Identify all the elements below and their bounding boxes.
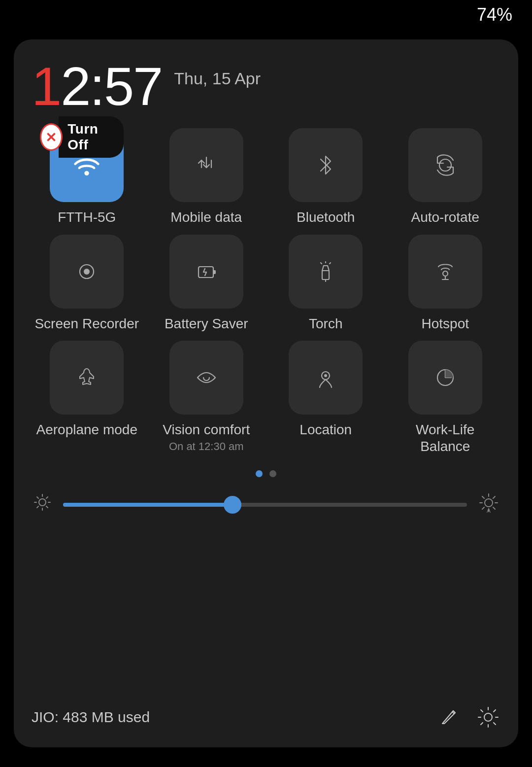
bottom-actions (437, 705, 500, 730)
svg-point-46 (484, 713, 492, 721)
tile-bluetooth[interactable]: Bluetooth (270, 128, 381, 226)
vision-comfort-icon-wrap (169, 341, 243, 415)
svg-rect-10 (213, 270, 216, 274)
tile-wifi[interactable]: Turn Off FTTH-5G (32, 128, 142, 226)
vision-comfort-sublabel: On at 12:30 am (169, 440, 244, 453)
svg-point-8 (84, 269, 90, 275)
brightness-fill (63, 503, 233, 507)
hotspot-icon-wrap (408, 235, 482, 309)
turn-off-x-icon (40, 123, 63, 151)
svg-line-41 (493, 507, 495, 509)
tile-screen-recorder[interactable]: Screen Recorder (32, 235, 142, 332)
settings-button[interactable] (476, 705, 500, 730)
tile-torch[interactable]: Torch (270, 235, 381, 332)
dot-2 (269, 470, 276, 477)
clock-row: 12:57 Thu, 15 Apr (32, 59, 500, 113)
brightness-row: A (32, 491, 500, 518)
tile-auto-rotate[interactable]: Auto-rotate (390, 128, 501, 226)
svg-rect-14 (322, 271, 329, 279)
svg-line-31 (37, 497, 38, 498)
battery-indicator: 74% (477, 4, 512, 25)
svg-point-26 (39, 499, 46, 506)
clock-time: 12:57 (32, 59, 162, 113)
svg-text:A: A (487, 507, 491, 514)
dot-1 (256, 470, 263, 477)
turn-off-tooltip: Turn Off (40, 116, 124, 158)
location-icon-wrap (289, 341, 363, 415)
torch-icon-wrap (289, 235, 363, 309)
screen-recorder-icon-wrap (50, 235, 124, 309)
tile-hotspot[interactable]: Hotspot (390, 235, 501, 332)
clock-date: Thu, 15 Apr (174, 69, 261, 88)
svg-line-17 (321, 263, 322, 264)
svg-point-24 (324, 374, 327, 377)
aeroplane-label: Aeroplane mode (36, 421, 137, 438)
auto-rotate-label: Auto-rotate (411, 209, 479, 226)
aeroplane-icon-wrap (50, 341, 124, 415)
svg-line-40 (482, 496, 484, 498)
svg-line-18 (330, 263, 331, 264)
bottom-row: JIO: 483 MB used (32, 701, 500, 730)
auto-rotate-icon-wrap (408, 128, 482, 202)
work-life-balance-icon-wrap (408, 341, 482, 415)
svg-point-20 (443, 271, 448, 276)
status-bar: 74% (0, 0, 532, 30)
svg-line-34 (37, 506, 38, 508)
mobile-data-label: Mobile data (170, 209, 242, 226)
hotspot-label: Hotspot (422, 315, 469, 332)
brightness-auto-icon: A (477, 491, 500, 518)
svg-line-42 (493, 496, 495, 498)
bluetooth-icon-wrap (289, 128, 363, 202)
clock-hour-first-digit: 1 (32, 56, 61, 116)
tile-mobile-data[interactable]: Mobile data (151, 128, 262, 226)
turn-off-label: Turn Off (59, 116, 124, 158)
svg-point-6 (439, 159, 451, 171)
svg-point-35 (485, 499, 493, 507)
brightness-thumb[interactable] (224, 496, 241, 514)
work-life-balance-label: Work-Life Balance (390, 421, 501, 454)
screen-recorder-label: Screen Recorder (34, 315, 139, 332)
svg-line-43 (482, 507, 484, 509)
page-indicator (32, 470, 500, 477)
vision-comfort-label: Vision comfort (163, 421, 250, 438)
quick-tiles-grid: Turn Off FTTH-5G (32, 128, 500, 454)
battery-saver-label: Battery Saver (165, 315, 248, 332)
svg-point-2 (85, 171, 89, 175)
location-label: Location (299, 421, 352, 438)
clock-hour-rest: 2:57 (61, 56, 162, 116)
svg-line-32 (46, 506, 48, 508)
battery-saver-icon-wrap (169, 235, 243, 309)
tile-location[interactable]: Location (270, 341, 381, 454)
edit-button[interactable] (437, 705, 462, 730)
tile-battery-saver[interactable]: Battery Saver (151, 235, 262, 332)
mobile-data-icon-wrap (169, 128, 243, 202)
quick-settings-panel: 12:57 Thu, 15 Apr Turn Off (14, 39, 518, 747)
wifi-tile-label: FTTH-5G (58, 209, 116, 226)
brightness-min-icon (32, 491, 53, 518)
torch-label: Torch (309, 315, 342, 332)
tile-work-life-balance[interactable]: Work-Life Balance (390, 341, 501, 454)
tile-vision-comfort[interactable]: Vision comfort On at 12:30 am (151, 341, 262, 454)
svg-line-33 (46, 497, 48, 498)
data-usage-label: JIO: 483 MB used (32, 709, 150, 726)
bluetooth-label: Bluetooth (297, 209, 355, 226)
svg-marker-15 (322, 266, 329, 271)
tile-aeroplane-mode[interactable]: Aeroplane mode (32, 341, 142, 454)
brightness-slider-track[interactable] (63, 503, 467, 507)
